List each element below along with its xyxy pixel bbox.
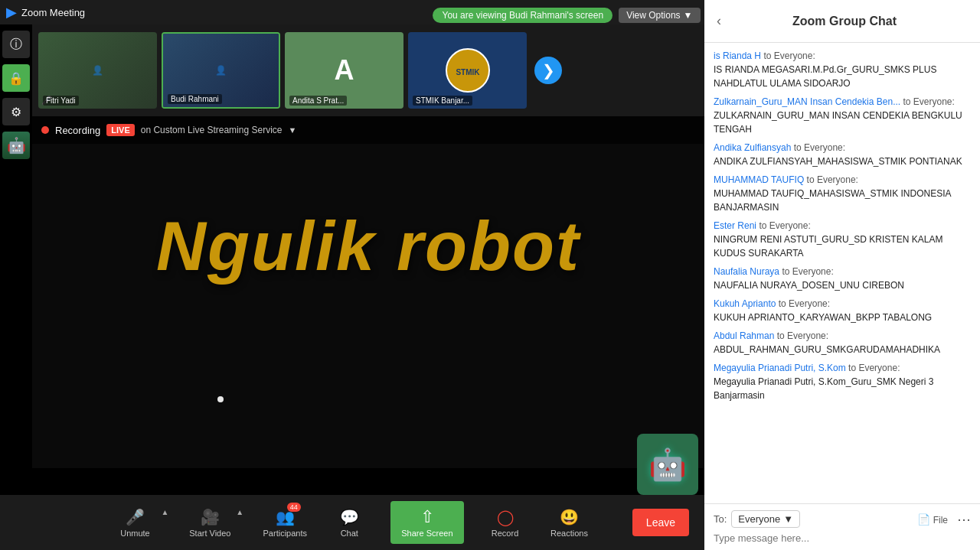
mute-icon: 🎤	[126, 509, 145, 526]
status-bar: Recording LIVE on Custom Live Streaming …	[32, 116, 704, 144]
record-icon: ◯	[497, 509, 514, 526]
zoom-toolbar: 🎤 Unmute ▲ 🎥 Start Video ▲ 👥 44 Particip…	[0, 495, 704, 550]
start-video-button[interactable]: 🎥 Start Video	[187, 507, 233, 538]
unmute-arrow-button[interactable]: ▲	[161, 508, 168, 516]
stream-text: on Custom Live Streaming Service	[141, 125, 283, 135]
chat-input[interactable]	[714, 532, 971, 544]
chat-panel: ‹ Zoom Group Chat is Rianda H to Everyon…	[704, 0, 980, 550]
participants-button[interactable]: 👥 44 Participants	[262, 507, 308, 538]
live-badge: LIVE	[106, 124, 134, 136]
chat-message: Kukuh Aprianto to Everyone:KUKUH APRIANT…	[714, 297, 971, 324]
chat-icon: 💬	[340, 509, 359, 526]
chevron-down-icon: ▼	[783, 513, 793, 525]
share-screen-icon: ⇧	[420, 507, 434, 526]
participant-name-4: STMIK Banjar...	[413, 96, 472, 106]
chevron-down-icon: ▼	[684, 10, 693, 21]
to-value: Everyone	[738, 513, 780, 525]
robot-thumb: 🤖	[2, 132, 30, 159]
chat-messages: is Rianda H to Everyone:IS RIANDA MEGASA…	[704, 43, 980, 503]
chat-footer: To: Everyone ▼ 📄 File ⋯	[704, 503, 980, 550]
recording-label: Recording	[55, 125, 100, 136]
stream-dropdown-arrow[interactable]: ▼	[288, 125, 296, 135]
participants-next-button[interactable]: ❯	[534, 57, 562, 84]
file-button[interactable]: 📄 File	[917, 513, 948, 526]
video-icon: 🎥	[201, 509, 220, 526]
app-title: Zoom Meeting	[21, 7, 85, 18]
participant-name-1: Fitri Yadi	[43, 96, 79, 106]
to-dropdown[interactable]: Everyone ▼	[731, 510, 800, 528]
participant-thumb-1[interactable]: 👤 🎤 Fitri Yadi	[38, 32, 157, 109]
svg-text:STMIK: STMIK	[456, 68, 480, 76]
to-label: To:	[714, 513, 727, 525]
share-screen-button[interactable]: ⇧ Share Screen	[390, 501, 463, 544]
zoom-logo-icon: ▶	[6, 4, 17, 21]
participant-name-2: Budi Rahmani	[168, 94, 222, 104]
left-panel-icons: ⓘ 🔒 ⚙ 🤖	[0, 24, 32, 159]
notification-bar: You are viewing Budi Rahmani's screen Vi…	[153, 3, 980, 28]
participants-row: 👤 🎤 Fitri Yadi 👤 Budi Rahmani A Andita S…	[32, 24, 704, 116]
participant-thumb-4[interactable]: STMIK STMIK Banjar...	[408, 32, 527, 109]
start-video-label: Start Video	[189, 529, 230, 538]
chat-message: Zulkarnain_Guru_MAN Insan Cendekia Ben..…	[714, 95, 971, 136]
reactions-button[interactable]: 😃 Reactions	[547, 507, 593, 538]
record-button[interactable]: ◯ Record	[482, 507, 528, 538]
share-screen-label: Share Screen	[401, 529, 452, 538]
main-title: Ngulik robot	[156, 207, 580, 286]
more-options-button[interactable]: ⋯	[957, 511, 971, 528]
chat-message: Ester Reni to Everyone:NINGRUM RENI ASTU…	[714, 219, 971, 260]
reactions-icon: 😃	[560, 509, 579, 526]
participant-name-3: Andita S Prat...	[289, 96, 347, 106]
chat-button[interactable]: 💬 Chat	[326, 507, 372, 538]
participant-thumb-2[interactable]: 👤 Budi Rahmani	[162, 32, 280, 109]
participants-count-badge: 44	[287, 503, 301, 512]
recording-dot	[41, 126, 49, 134]
chat-message: Megayulia Prianadi Putri, S.Kom to Every…	[714, 361, 971, 402]
chat-message: MUHAMMAD TAUFIQ to Everyone:MUHAMMAD TAU…	[714, 173, 971, 214]
viewing-notification: You are viewing Budi Rahmani's screen	[433, 8, 612, 23]
chat-message: is Rianda H to Everyone:IS RIANDA MEGASA…	[714, 49, 971, 90]
settings-icon[interactable]: ⚙	[2, 98, 30, 125]
chat-message: Naufalia Nuraya to Everyone:NAUFALIA NUR…	[714, 265, 971, 292]
chat-message: Abdul Rahman to Everyone:ABDUL_RAHMAN_GU…	[714, 329, 971, 356]
participants-label: Participants	[263, 529, 307, 538]
shield-icon[interactable]: 🔒	[2, 64, 30, 92]
info-icon[interactable]: ⓘ	[2, 31, 30, 58]
participant-thumb-3[interactable]: A Andita S Prat...	[285, 32, 403, 109]
reactions-label: Reactions	[550, 529, 588, 538]
video-arrow-button[interactable]: ▲	[236, 508, 243, 516]
robot-thumbnail: 🤖	[637, 434, 698, 495]
unmute-label: Unmute	[120, 529, 150, 538]
chat-message: Andika Zulfiansyah to Everyone:ANDIKA ZU…	[714, 141, 971, 168]
leave-button[interactable]: Leave	[632, 509, 689, 536]
record-label: Record	[492, 529, 518, 538]
chat-label: Chat	[341, 529, 358, 538]
unmute-button[interactable]: 🎤 Unmute	[112, 507, 158, 538]
view-options-button[interactable]: View Options ▼	[619, 8, 700, 23]
